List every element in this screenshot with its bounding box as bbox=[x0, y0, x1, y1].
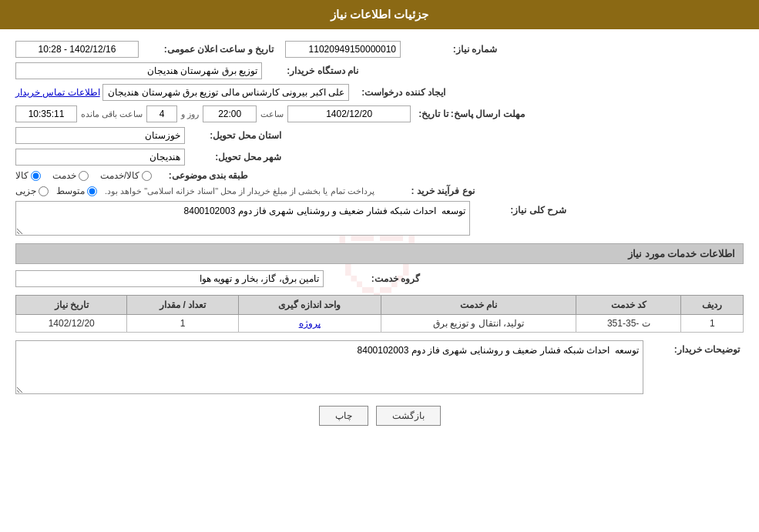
category-radio-group: کالا/خدمت خدمت کالا bbox=[15, 170, 152, 181]
col-qty: تعداد / مقدار bbox=[127, 296, 238, 315]
cell-qty: 1 bbox=[127, 315, 238, 333]
need-number-label: شماره نیاز: bbox=[401, 44, 501, 55]
process-radio-motavaset[interactable] bbox=[87, 186, 97, 196]
process-radio-jozi[interactable] bbox=[39, 186, 49, 196]
services-table-container: ردیف کد خدمت نام خدمت واحد اندازه گیری ت… bbox=[15, 295, 744, 333]
col-row: ردیف bbox=[681, 296, 744, 315]
cell-date: 1402/12/20 bbox=[16, 315, 127, 333]
city-label: شهر محل تحویل: bbox=[185, 152, 285, 162]
process-options-group: پرداخت تمام یا بخشی از مبلغ خریدار از مح… bbox=[15, 186, 378, 196]
services-section-title: اطلاعات خدمات مورد نیاز bbox=[15, 243, 744, 264]
announcement-input[interactable] bbox=[15, 41, 139, 58]
back-button[interactable]: بازگشت bbox=[376, 406, 441, 426]
cell-unit[interactable]: پروژه bbox=[238, 315, 381, 333]
category-radio-kala[interactable] bbox=[31, 171, 41, 181]
col-unit: واحد اندازه گیری bbox=[238, 296, 381, 315]
print-button[interactable]: چاپ bbox=[319, 406, 368, 426]
col-name: نام خدمت bbox=[381, 296, 576, 315]
creator-label: ایجاد کننده درخواست: bbox=[349, 87, 449, 98]
announcement-label: تاریخ و ساعت اعلان عمومی: bbox=[139, 44, 277, 55]
table-row: 1 ت -35-351 تولید، انتقال و توزیع برق پر… bbox=[16, 315, 744, 333]
deadline-fields: ساعت روز و ساعت باقی مانده bbox=[15, 105, 411, 122]
need-number-row: شماره نیاز: تاریخ و ساعت اعلان عمومی: bbox=[15, 41, 744, 58]
category-option-kala[interactable]: کالا bbox=[15, 170, 41, 181]
page-header: جزئیات اطلاعات نیاز bbox=[0, 0, 759, 29]
process-option-jozi[interactable]: جزیی bbox=[15, 186, 49, 196]
need-number-input[interactable] bbox=[285, 41, 401, 58]
need-desc-row: شرح کلی نیاز: توسعه احداث شبکه فشار ضعیف… bbox=[15, 201, 744, 236]
city-input[interactable] bbox=[15, 149, 185, 166]
cell-code: ت -35-351 bbox=[576, 315, 681, 333]
deadline-time-label: ساعت bbox=[260, 109, 284, 119]
buyer-org-label: نام دستگاه خریدار: bbox=[262, 65, 362, 76]
cell-name: تولید، انتقال و توزیع برق bbox=[381, 315, 576, 333]
category-option-kala-khedmat[interactable]: کالا/خدمت bbox=[100, 170, 152, 181]
deadline-remaining-input[interactable] bbox=[15, 105, 77, 122]
buttons-row: بازگشت چاپ bbox=[15, 406, 744, 437]
service-group-input[interactable] bbox=[15, 270, 324, 287]
buyer-desc-row: توضیحات خریدار: توسعه احداث شبکه فشار ضع… bbox=[15, 340, 744, 394]
main-content: شماره نیاز: تاریخ و ساعت اعلان عمومی: نا… bbox=[0, 29, 759, 449]
category-radio-khedmat[interactable] bbox=[79, 171, 89, 181]
process-option-motavaset[interactable]: متوسط bbox=[56, 186, 97, 196]
category-row: طبقه بندی موضوعی: کالا/خدمت خدمت کالا bbox=[15, 170, 744, 181]
category-label: طبقه بندی موضوعی: bbox=[152, 170, 252, 181]
need-desc-textarea[interactable]: توسعه احداث شبکه فشار ضعیف و روشنایی شهر… bbox=[15, 201, 470, 236]
process-note: پرداخت تمام یا بخشی از مبلغ خریدار از مح… bbox=[105, 186, 374, 196]
buyer-desc-label: توضیحات خریدار: bbox=[643, 340, 744, 355]
process-label: نوع فرآیند خرید : bbox=[378, 186, 479, 196]
deadline-date-input[interactable] bbox=[287, 105, 411, 122]
category-radio-kala-khedmat[interactable] bbox=[142, 171, 152, 181]
process-row: نوع فرآیند خرید : پرداخت تمام یا بخشی از… bbox=[15, 186, 744, 196]
deadline-days-input[interactable] bbox=[146, 105, 177, 122]
province-row: استان محل تحویل: bbox=[15, 127, 744, 144]
creator-input[interactable] bbox=[102, 84, 349, 101]
need-desc-label: شرح کلی نیاز: bbox=[470, 201, 570, 216]
deadline-time-input[interactable] bbox=[203, 105, 257, 122]
page-container: 🛡 جزئیات اطلاعات نیاز شماره نیاز: تاریخ … bbox=[0, 0, 759, 532]
buyer-desc-textarea[interactable]: توسعه احداث شبکه فشار ضعیف و روشنایی شهر… bbox=[15, 340, 643, 394]
service-group-row: گروه خدمت: bbox=[15, 270, 744, 287]
province-label: استان محل تحویل: bbox=[185, 130, 285, 141]
category-option-khedmat[interactable]: خدمت bbox=[52, 170, 89, 181]
buyer-org-input[interactable] bbox=[15, 62, 262, 79]
col-code: کد خدمت bbox=[576, 296, 681, 315]
deadline-row: مهلت ارسال پاسخ: تا تاریخ: ساعت روز و سا… bbox=[15, 105, 744, 122]
services-table: ردیف کد خدمت نام خدمت واحد اندازه گیری ت… bbox=[15, 295, 744, 333]
province-input[interactable] bbox=[15, 127, 185, 144]
deadline-remaining-label: ساعت باقی مانده bbox=[81, 109, 143, 119]
cell-row: 1 bbox=[681, 315, 744, 333]
page-title: جزئیات اطلاعات نیاز bbox=[331, 8, 428, 21]
city-row: شهر محل تحویل: bbox=[15, 149, 744, 166]
deadline-days-label: روز و bbox=[181, 109, 199, 119]
creator-contact-link[interactable]: اطلاعات تماس خریدار bbox=[15, 87, 100, 98]
table-header-row: ردیف کد خدمت نام خدمت واحد اندازه گیری ت… bbox=[16, 296, 744, 315]
service-group-label: گروه خدمت: bbox=[324, 273, 424, 284]
buyer-org-row: نام دستگاه خریدار: bbox=[15, 62, 744, 79]
col-date: تاریخ نیاز bbox=[16, 296, 127, 315]
deadline-label: مهلت ارسال پاسخ: تا تاریخ: bbox=[411, 109, 528, 119]
creator-row: ایجاد کننده درخواست: اطلاعات تماس خریدار bbox=[15, 84, 744, 101]
